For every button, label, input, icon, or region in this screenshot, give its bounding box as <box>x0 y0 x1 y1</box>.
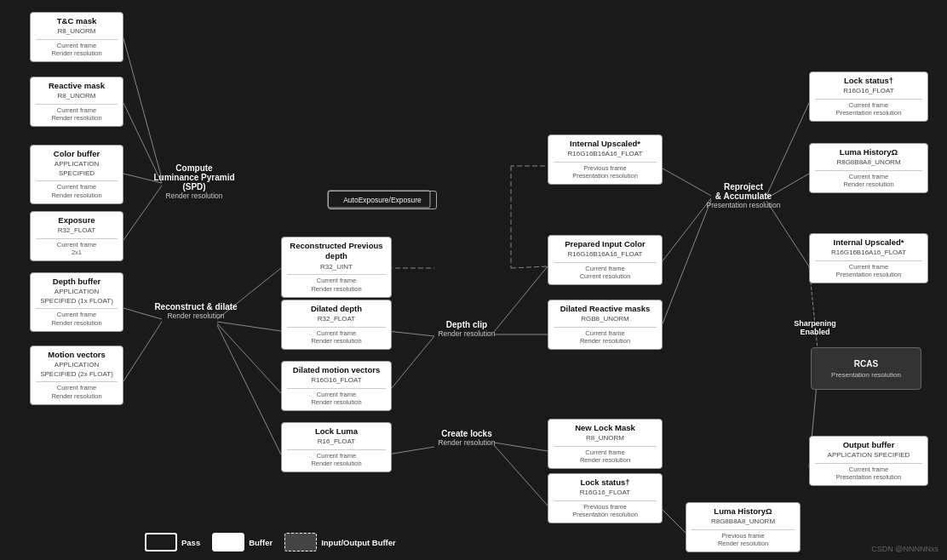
exposure-meta: Current frame 2x1 <box>36 238 118 258</box>
motion-vectors-meta: Current frame Render resolution <box>36 381 118 401</box>
legend-io: Input/Output Buffer <box>284 533 396 551</box>
luma-history-top-node: Luma HistoryΩ R8G8B8A8_UNORM Current fra… <box>809 143 928 193</box>
create-locks-label: Create locks Render resolution <box>424 429 509 447</box>
tc-mask-type: R8_UNORM <box>36 27 118 36</box>
tc-mask-title: T&C mask <box>36 16 118 26</box>
color-buffer-title: Color buffer <box>36 149 118 159</box>
compute-lum-label: Compute Luminance Pyramid (SPD) Render r… <box>143 163 245 200</box>
luma-history-bottom-node: Luma HistoryΩ R8G8B8A8_UNORM Previous fr… <box>686 502 801 552</box>
lock-luma-node: Lock Luma R16_FLOAT Current frame Render… <box>281 422 392 472</box>
legend-buffer-label: Buffer <box>249 538 273 547</box>
svg-line-8 <box>217 323 281 393</box>
motion-vectors-type: APPLICATION SPECIFIED (2x FLOAT) <box>36 361 118 379</box>
color-buffer-meta: Current frame Render resolution <box>36 180 118 200</box>
lock-luma-title: Lock Luma <box>287 426 386 437</box>
legend-io-rect <box>284 533 317 551</box>
color-buffer-type: APPLICATION SPECIFIED <box>36 160 118 178</box>
svg-line-5 <box>123 322 162 381</box>
exposure-node: Exposure R32_FLOAT Current frame 2x1 <box>30 211 123 261</box>
reproject-accumulate-label: Reproject & Accumulate Presentation reso… <box>688 182 799 209</box>
depth-buffer-meta: Current frame Render resolution <box>36 308 118 328</box>
rcas-label: RCAS <box>854 359 878 369</box>
prepared-input-color-node: Prepared Input Color R16G16B16A16_FLOAT … <box>548 235 663 285</box>
sharpening-label: Sharpening Enabled <box>777 319 853 336</box>
rcas-box: RCAS Presentation resolution <box>811 347 921 390</box>
svg-line-30 <box>511 266 548 268</box>
svg-line-12 <box>387 336 434 393</box>
legend-pass-rect <box>145 533 177 551</box>
dilated-reactive-masks-node: Dilated Reactive masks RGB8_UNORM Curren… <box>548 300 663 350</box>
svg-line-9 <box>217 325 281 454</box>
depth-clip-label: Depth clip Render resolution <box>424 320 509 338</box>
internal-upscaled-right-node: Internal Upscaled* R16G16B16A16_FLOAT Cu… <box>809 233 928 283</box>
svg-line-13 <box>387 447 434 454</box>
svg-line-23 <box>766 201 809 266</box>
tc-mask-node: T&C mask R8_UNORM Current frame Render r… <box>30 12 123 62</box>
autoexposure-label: AutoExposure/Exposure <box>343 196 422 204</box>
depth-buffer-type: APPLICATION SPECIFIED (1x FLOAT) <box>36 288 118 306</box>
svg-line-0 <box>123 38 162 179</box>
dilated-depth-title: Dilated depth <box>287 304 386 314</box>
legend-io-label: Input/Output Buffer <box>321 538 396 547</box>
motion-vectors-node: Motion vectors APPLICATION SPECIFIED (2x… <box>30 346 123 405</box>
svg-line-7 <box>217 322 281 331</box>
motion-vectors-title: Motion vectors <box>36 350 118 360</box>
svg-line-20 <box>658 200 711 334</box>
reactive-mask-meta: Current frame Render resolution <box>36 104 118 123</box>
tc-mask-meta: Current frame Render resolution <box>36 39 118 59</box>
lock-status-top-node: Lock status† R16G16_FLOAT Current frame … <box>809 71 928 122</box>
output-buffer-node: Output buffer APPLICATION SPECIFIED Curr… <box>809 436 928 486</box>
autoexposure-box: AutoExposure/Exposure <box>328 191 437 209</box>
exposure-title: Exposure <box>36 215 118 226</box>
dilated-depth-node: Dilated depth R32_FLOAT Current frame Re… <box>281 300 392 350</box>
lock-status-bottom-node: Lock status† R16G16_FLOAT Previous frame… <box>548 473 663 523</box>
reactive-mask-node: Reactive mask R8_UNORM Current frame Ren… <box>30 77 123 127</box>
dilated-motion-vectors-title: Dilated motion vectors <box>287 365 386 375</box>
svg-line-17 <box>494 445 548 506</box>
depth-buffer-node: Depth buffer APPLICATION SPECIFIED (1x F… <box>30 272 123 332</box>
legend: Pass Buffer Input/Output Buffer <box>145 533 396 551</box>
reconstruct-dilate-label: Reconstruct & dilate Render resolution <box>136 302 255 320</box>
watermark: CSDN @NNNNNxs <box>871 545 938 553</box>
legend-pass-label: Pass <box>181 538 200 547</box>
legend-pass: Pass <box>145 533 200 551</box>
depth-buffer-title: Depth buffer <box>36 277 118 287</box>
reconstructed-prev-depth-node: Reconstructed Previous depth R32_UINT Cu… <box>281 237 392 298</box>
exposure-type: R32_FLOAT <box>36 226 118 235</box>
internal-upscaled-top-node: Internal Upscaled* R16G16B16A16_FLOAT Pr… <box>548 134 663 185</box>
reconstructed-prev-depth-title: Reconstructed Previous depth <box>287 241 386 262</box>
new-lock-mask-node: New Lock Mask R8_UNORM Current frame Ren… <box>548 419 663 469</box>
reactive-mask-title: Reactive mask <box>36 81 118 91</box>
color-buffer-node: Color buffer APPLICATION SPECIFIED Curre… <box>30 145 123 204</box>
legend-buffer: Buffer <box>212 533 273 551</box>
legend-buffer-rect <box>212 533 244 551</box>
reactive-mask-type: R8_UNORM <box>36 92 118 100</box>
dilated-motion-vectors-node: Dilated motion vectors R16G16_FLOAT Curr… <box>281 361 392 411</box>
